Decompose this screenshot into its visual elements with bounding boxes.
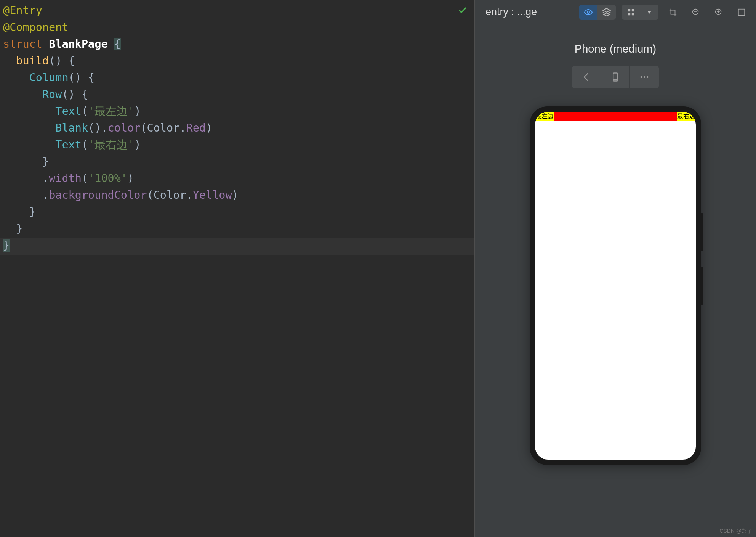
svg-marker-6 xyxy=(647,11,651,14)
app-text-left: 最左边 xyxy=(535,112,554,121)
device-label: Phone (medium) xyxy=(575,43,656,55)
svg-rect-4 xyxy=(628,13,630,15)
method-build: build xyxy=(16,55,49,67)
paren-close: ) xyxy=(232,189,239,201)
type-column: Column xyxy=(29,71,69,84)
svg-rect-3 xyxy=(632,9,634,11)
app-text-right: 最右边 xyxy=(677,112,696,121)
preview-pane: entry : ...ge xyxy=(474,0,756,537)
dot: . xyxy=(186,189,192,201)
dot: . xyxy=(42,189,49,201)
brace: { xyxy=(69,55,75,67)
view-mode-group xyxy=(579,5,616,20)
svg-point-16 xyxy=(644,76,645,78)
phone-screen[interactable]: 最左边 最右边 xyxy=(535,112,696,460)
svg-rect-5 xyxy=(632,13,634,15)
preview-toolbar: entry : ...ge xyxy=(475,0,756,24)
brace-close: } xyxy=(16,222,22,235)
brace: { xyxy=(88,71,94,84)
dot: . xyxy=(42,172,49,185)
struct-name: BlankPage xyxy=(49,38,107,50)
inspect-mode-button[interactable] xyxy=(579,5,597,20)
brace-close: } xyxy=(29,206,36,218)
code-editor-pane[interactable]: @Entry @Component struct BlankPage { bui… xyxy=(0,0,474,537)
decorator-component: @Component xyxy=(3,21,69,34)
phone-volume-up xyxy=(701,213,703,251)
parens: () xyxy=(88,122,101,134)
svg-point-0 xyxy=(587,11,589,13)
paren-open: ( xyxy=(82,138,88,151)
back-button[interactable] xyxy=(572,66,601,88)
layout-mode-group xyxy=(622,5,658,20)
dropdown-button[interactable] xyxy=(640,5,658,20)
svg-point-15 xyxy=(641,76,642,78)
zoom-in-button[interactable] xyxy=(710,5,727,20)
app-blank-spacer xyxy=(554,112,677,121)
preview-title: entry : ...ge xyxy=(485,6,573,18)
decorator-entry: @Entry xyxy=(3,4,42,17)
svg-rect-2 xyxy=(628,9,630,11)
parens: () xyxy=(49,55,62,67)
paren-open: ( xyxy=(82,172,88,185)
app-row-container: 最左边 最右边 xyxy=(535,112,696,121)
type-text: Text xyxy=(55,138,82,151)
phone-frame: 最左边 最右边 xyxy=(530,106,701,465)
class-color: Color xyxy=(154,189,186,201)
fullscreen-button[interactable] xyxy=(733,5,750,20)
prop-width: width xyxy=(49,172,82,185)
more-options-button[interactable] xyxy=(630,66,659,88)
svg-marker-1 xyxy=(603,8,610,12)
type-blank: Blank xyxy=(55,122,88,134)
current-line-highlight xyxy=(0,238,474,255)
brace-open: { xyxy=(114,38,121,50)
prop-backgroundcolor: backgroundColor xyxy=(49,189,147,201)
string-literal: '100%' xyxy=(88,172,127,185)
paren-close: ) xyxy=(206,122,212,134)
code-content[interactable]: @Entry @Component struct BlankPage { bui… xyxy=(0,2,474,254)
parens: () xyxy=(69,71,82,84)
const-red: Red xyxy=(186,122,206,134)
const-yellow: Yellow xyxy=(193,189,232,201)
brace-close: } xyxy=(42,155,49,168)
string-literal: '最左边' xyxy=(88,105,134,117)
device-controls xyxy=(572,66,659,88)
string-literal: '最右边' xyxy=(88,138,134,151)
paren-open: ( xyxy=(147,189,154,201)
brace: { xyxy=(82,88,88,101)
crop-button[interactable] xyxy=(665,5,681,20)
keyword-struct: struct xyxy=(3,38,42,50)
parens: () xyxy=(62,88,75,101)
paren-close: ) xyxy=(134,105,141,117)
dot: . xyxy=(101,122,107,134)
svg-rect-12 xyxy=(738,9,745,15)
paren-open: ( xyxy=(82,105,88,117)
class-color: Color xyxy=(147,122,180,134)
rotate-device-button[interactable] xyxy=(601,66,630,88)
prop-color: color xyxy=(108,122,141,134)
dot: . xyxy=(179,122,186,134)
validation-check-icon[interactable] xyxy=(458,5,468,18)
preview-body: Phone (medium) 最左边 最右边 xyxy=(475,24,756,537)
watermark: CSDN @郑子 xyxy=(719,528,752,535)
type-row: Row xyxy=(42,88,62,101)
svg-point-17 xyxy=(647,76,649,78)
type-text: Text xyxy=(55,105,82,117)
paren-close: ) xyxy=(127,172,134,185)
paren-close: ) xyxy=(134,138,141,151)
zoom-out-button[interactable] xyxy=(687,5,704,20)
phone-volume-down xyxy=(701,267,703,305)
paren-open: ( xyxy=(140,122,147,134)
grid-view-button[interactable] xyxy=(622,5,640,20)
layers-mode-button[interactable] xyxy=(597,5,616,20)
